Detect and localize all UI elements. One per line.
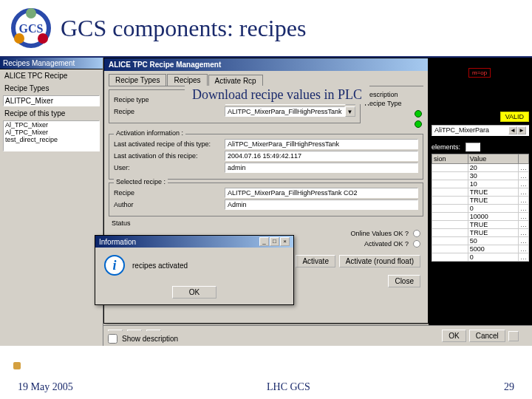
table-row: 30…: [432, 172, 529, 180]
values-panel: m=op VALID AliTPC_MixerPara ◄ ► elements…: [429, 58, 532, 346]
close-button[interactable]: Close: [388, 275, 420, 287]
bg-label: Recipe of this type: [0, 107, 103, 120]
recipe-type-field[interactable]: ALITPC_Mixer: [3, 95, 100, 106]
mode-chip: m=op: [468, 68, 491, 78]
user-value: admin: [225, 163, 418, 173]
ok-button[interactable]: OK: [172, 286, 216, 299]
table-row: TRUE…: [432, 197, 529, 205]
show-desc-label: Show description: [122, 335, 178, 343]
chevron-down-icon[interactable]: ▼: [345, 106, 355, 117]
window-titlebar[interactable]: ALICE TPC Recipe Management: [104, 58, 428, 71]
svg-point-3: [26, 8, 36, 18]
recipe-list[interactable]: Al_TPC_Mixer Al_TPC_Mixer test_direct_re…: [3, 120, 100, 151]
table-row: 10…: [432, 180, 529, 188]
last-type-label: Last activated recipe of this type:: [114, 140, 225, 148]
tab-recipes[interactable]: Recipes: [167, 74, 207, 86]
scroll-left-icon[interactable]: ◄: [508, 126, 517, 134]
slide-header: GCS GCS components: recipes: [0, 0, 532, 58]
dialog-message: recipes activated: [132, 262, 188, 270]
table-row: 5000…: [432, 245, 529, 253]
bottom-right-buttons: OK Cancel: [429, 325, 532, 346]
table-row: TRUE…: [432, 188, 529, 197]
user-label: User:: [114, 164, 225, 171]
table-row: 20…: [432, 164, 529, 172]
recipe-combo[interactable]: ALITPC_MixerPara_FillHighPressTank ▼: [225, 106, 355, 117]
cancel-button[interactable]: Cancel: [469, 330, 505, 342]
info-icon: i: [104, 255, 125, 276]
tab-activate-rcp[interactable]: Activate Rcp: [208, 75, 263, 86]
last-activation-value: 2004.07.16 15:49:42.117: [225, 151, 418, 161]
elements-count: 23: [466, 143, 480, 151]
sel-recipe-value: ALITPC_MixerPara_FillHighPressTank CO2: [225, 188, 418, 198]
activate-button[interactable]: Activate: [296, 255, 335, 267]
background-window-left: Recipes Management ALICE TPC Recipe Reci…: [0, 58, 103, 346]
status-led-icon: [415, 110, 422, 117]
resize-grip-icon[interactable]: [508, 331, 519, 341]
bg-label: ALICE TPC Recipe: [0, 69, 103, 82]
subtitle-banner: Download recipe values in PLC: [185, 86, 369, 104]
radio-indicator-icon: [413, 230, 420, 237]
list-item[interactable]: test_direct_recipe: [4, 136, 99, 143]
sel-author-label: Author: [114, 201, 225, 208]
status-badge: VALID: [500, 112, 529, 122]
scroll-right-icon[interactable]: ►: [517, 126, 526, 134]
table-row: 0…: [432, 253, 529, 262]
tab-strip: Recipe Types Recipes Activate Rcp: [109, 74, 423, 86]
elements-count-row: elements: 23: [432, 143, 529, 151]
group-title: Activation information :: [114, 129, 185, 137]
information-dialog: Information _ □ × i recipes activated OK: [95, 235, 294, 305]
table-row: 0…: [432, 205, 529, 213]
footer-date: 19 May 2005: [18, 381, 73, 393]
bg-label: Recipe Types: [0, 82, 103, 95]
list-item[interactable]: Al_TPC_Mixer: [4, 129, 99, 136]
activate-round-float-button[interactable]: Activate (round float): [339, 255, 420, 267]
radio-indicator-icon: [413, 240, 420, 248]
element-name-field[interactable]: AliTPC_MixerPara ◄ ►: [432, 125, 529, 136]
table-row: 50…: [432, 237, 529, 245]
values-table: sionValue 20… 30… 10… TRUE… TRUE… 0… 100…: [432, 154, 529, 262]
close-icon[interactable]: ×: [280, 237, 290, 246]
table-row: TRUE…: [432, 221, 529, 229]
activation-info-group: Activation information : Last activated …: [109, 134, 423, 180]
status-led-icon: [415, 120, 422, 128]
col-header[interactable]: sion: [432, 154, 468, 164]
minimize-icon[interactable]: _: [259, 237, 269, 246]
bg-titlebar: Recipes Management: [0, 58, 103, 69]
table-row: 10000…: [432, 213, 529, 221]
show-description-checkbox[interactable]: [108, 334, 117, 344]
description-label: Description: [365, 91, 422, 98]
dialog-title: Information: [99, 238, 136, 246]
slide-title: GCS components: recipes: [61, 15, 306, 42]
sel-recipe-label: Recipe: [114, 189, 225, 197]
recipe-label: Recipe: [114, 108, 225, 115]
table-row: TRUE…: [432, 229, 529, 237]
status-label: Status: [112, 219, 222, 227]
maximize-icon[interactable]: □: [270, 237, 279, 246]
svg-point-2: [38, 33, 48, 44]
sel-author-value: Admin: [225, 200, 418, 210]
footer-page: 29: [504, 381, 514, 393]
dialog-titlebar[interactable]: Information _ □ ×: [95, 236, 293, 248]
selected-recipe-group: Selected recipe : RecipeALITPC_MixerPara…: [109, 183, 423, 216]
footer-center: LHC GCS: [267, 381, 310, 393]
col-header[interactable]: Value: [468, 154, 518, 164]
last-activation-label: Last activation of this recipe:: [114, 152, 225, 160]
slide-footer: 19 May 2005 LHC GCS 29: [0, 375, 532, 399]
group-title: Selected recipe :: [114, 178, 168, 185]
list-item[interactable]: Al_TPC_Mixer: [4, 121, 99, 129]
bullet-icon: [13, 362, 21, 369]
last-type-value: AliTPC_MixerPara_FillHighPressTank: [225, 139, 418, 149]
ok-button[interactable]: OK: [442, 330, 466, 342]
gcs-logo: GCS: [9, 6, 53, 50]
description-sub: Recipe Type: [365, 100, 422, 107]
tab-recipe-types[interactable]: Recipe Types: [109, 74, 166, 86]
svg-text:GCS: GCS: [19, 22, 44, 35]
svg-point-1: [14, 33, 24, 44]
